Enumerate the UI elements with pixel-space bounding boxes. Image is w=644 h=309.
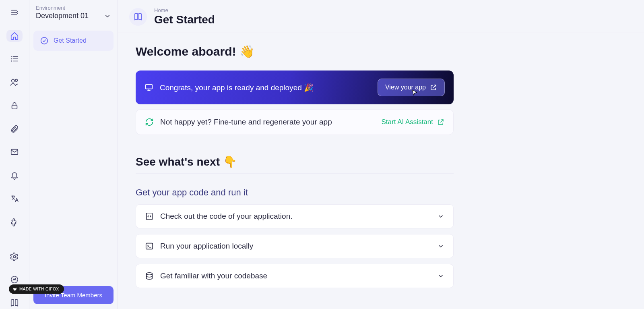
chevron-down-icon [437,272,444,280]
sidebar-item-label: Get Started [54,37,87,44]
finetune-text: Not happy yet? Fine-tune and regenerate … [160,118,375,127]
check-circle-icon [40,36,49,45]
section-heading: Get your app code and run it [136,187,454,198]
book-icon [129,8,147,26]
gear-icon[interactable] [6,251,23,263]
view-app-button[interactable]: View your app [378,79,445,96]
plugin-icon[interactable] [6,216,23,228]
environment-name: Development 01 [36,12,89,20]
svg-point-1 [11,59,12,59]
terminal-icon [145,242,154,251]
svg-point-13 [147,273,153,275]
monitor-icon [144,83,153,92]
docs-icon[interactable] [6,297,23,309]
gifox-badge: MADE WITH GIFOX [9,284,64,294]
badge-label: MADE WITH GIFOX [19,287,59,291]
accordion-label: Get familiar with your codebase [160,272,431,280]
translate-icon[interactable] [6,193,23,205]
accordion-run-locally[interactable]: Run your application locally [136,234,454,258]
next-heading: See what's next 👇 [136,155,454,174]
chevron-down-icon [104,12,111,20]
environment-label: Environment [33,5,114,11]
accordion-checkout-code[interactable]: Check out the code of your application. [136,204,454,228]
svg-point-3 [12,79,14,82]
sidebar: Environment Development 01 Get Started I… [29,0,118,309]
accordion-label: Run your application locally [160,242,431,251]
view-app-label: View your app [385,84,426,91]
attachment-icon[interactable] [6,123,23,135]
chevron-down-icon [437,213,444,220]
deploy-banner: Congrats, your app is ready and deployed… [136,71,454,104]
mail-icon[interactable] [6,146,23,158]
accordion-label: Check out the code of your application. [160,212,431,221]
breadcrumb: Home [154,7,215,13]
external-link-icon [437,118,444,126]
main-area: Home Get Started Welcome aboard! 👋 Congr… [118,0,644,309]
content: Welcome aboard! 👋 Congrats, your app is … [118,33,644,305]
chevron-down-icon [437,243,444,250]
list-icon[interactable] [6,53,23,65]
fox-icon [12,286,18,292]
svg-point-0 [11,56,12,57]
accordion-codebase[interactable]: Get familiar with your codebase [136,264,454,288]
svg-rect-12 [146,243,153,249]
svg-point-9 [41,37,48,44]
welcome-heading: Welcome aboard! 👋 [136,44,454,58]
users-icon[interactable] [6,76,23,88]
page-header: Home Get Started [118,0,644,33]
svg-rect-10 [146,85,153,89]
collapse-menu-icon[interactable] [6,6,23,19]
ai-link-label: Start AI Assistant [381,118,433,126]
activity-icon[interactable] [6,274,23,286]
external-link-icon [430,84,437,91]
home-icon[interactable] [6,30,23,42]
refresh-icon [145,118,154,127]
finetune-card: Not happy yet? Fine-tune and regenerate … [136,109,454,135]
start-ai-link[interactable]: Start AI Assistant [381,118,444,126]
icon-rail [0,0,29,309]
database-icon [145,272,154,280]
lock-icon[interactable] [6,100,23,112]
svg-point-7 [13,255,16,258]
environment-selector[interactable]: Development 01 [33,11,114,24]
svg-point-4 [15,79,18,82]
svg-rect-5 [12,105,17,109]
bell-icon[interactable] [6,169,23,181]
page-title: Get Started [154,13,215,26]
svg-point-2 [11,61,12,61]
sidebar-item-get-started[interactable]: Get Started [33,31,114,51]
banner-text: Congrats, your app is ready and deployed… [160,83,371,92]
code-file-icon [145,212,154,221]
svg-rect-11 [147,213,153,220]
